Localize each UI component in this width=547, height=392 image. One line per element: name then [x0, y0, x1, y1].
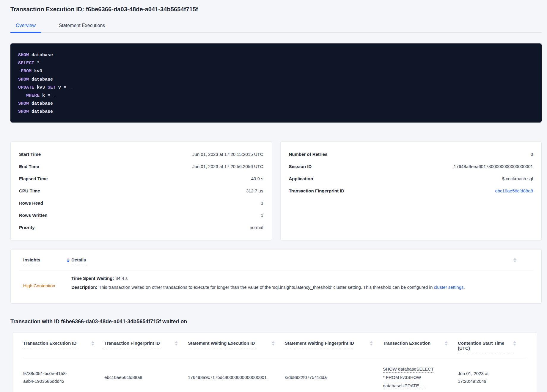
detail-value: 0: [531, 152, 533, 157]
sort-icon[interactable]: [513, 341, 516, 346]
column-header-stmt-waiting-fingerprint-id[interactable]: Statement Waiting Fingerprint ID: [285, 341, 383, 353]
detail-value: 312.7 µs: [246, 188, 263, 193]
sort-icon[interactable]: [91, 341, 94, 346]
detail-row-cpu-time: CPU Time 312.7 µs: [19, 185, 263, 197]
detail-label: Rows Written: [19, 213, 48, 218]
cell-stmt-waiting-fingerprint-id: \xdb8922f077541dda: [285, 374, 383, 381]
detail-row-txn-fingerprint-id: Transaction Fingerprint ID ebc10ae56cfd8…: [289, 185, 533, 197]
sql-line: FROM kv3: [18, 67, 534, 75]
insights-column-label[interactable]: Insights: [23, 257, 40, 265]
detail-row-rows-read: Rows Read 3: [19, 197, 263, 209]
tab-statement-executions[interactable]: Statement Executions: [54, 23, 111, 32]
column-header-txn-execution[interactable]: Transaction Execution: [383, 341, 458, 353]
sql-line: UPDATE kv3 SET v = _: [18, 84, 534, 92]
detail-value: 1: [261, 213, 263, 218]
sql-line: SELECT *: [18, 59, 534, 67]
sql-line: SHOW database: [18, 51, 534, 59]
detail-label: Session ID: [289, 164, 312, 169]
waited-on-table-header: Transaction Execution ID Transaction Fin…: [23, 333, 526, 357]
waited-on-table-card: Transaction Execution ID Transaction Fin…: [12, 333, 537, 392]
execution-times-card: Start Time Jun 01, 2023 at 17:20:15:2015…: [10, 141, 272, 240]
detail-value: $ cockroach sql: [502, 176, 533, 181]
insights-column-header[interactable]: Insights: [19, 257, 71, 265]
sort-icon[interactable]: [513, 258, 516, 262]
detail-row-elapsed-time: Elapsed Time 40.9 s: [19, 173, 263, 185]
detail-row-application: Application $ cockroach sql: [289, 173, 533, 185]
detail-label: Transaction Fingerprint ID: [289, 188, 345, 193]
sort-icon[interactable]: [272, 341, 275, 346]
sort-icon[interactable]: [370, 341, 373, 346]
transaction-execution-link[interactable]: SHOW databaseSELECT * FROM kv3SHOW datab…: [383, 365, 436, 390]
cell-txn-fingerprint-id: ebc10ae56cfd88a8: [104, 374, 188, 381]
summary-cards-row: Start Time Jun 01, 2023 at 17:20:15:2015…: [10, 141, 542, 240]
detail-label: Rows Read: [19, 200, 43, 206]
detail-label: Elapsed Time: [19, 176, 48, 181]
table-row: 9738d051-bc0e-4158-a9b4-1903586ddd42 ebc…: [23, 357, 526, 392]
detail-value: 40.9 s: [251, 176, 263, 181]
sql-line: WHERE k = _: [18, 92, 534, 100]
detail-row-end-time: End Time Jun 01, 2023 at 17:20:56:2056 U…: [19, 160, 263, 173]
sort-icon[interactable]: [445, 341, 448, 346]
detail-label: Priority: [19, 225, 35, 230]
transaction-fingerprint-link[interactable]: ebc10ae56cfd88a8: [495, 188, 533, 193]
detail-label: CPU Time: [19, 188, 40, 193]
detail-row-session-id: Session ID 17648a9eea6017800000000000000…: [289, 160, 533, 173]
detail-label: Number of Retries: [289, 152, 328, 157]
insight-details: Time Spent Waiting:34.4 s Description:Th…: [71, 274, 533, 292]
page-title: Transaction Execution ID: f6be6366-da03-…: [10, 6, 542, 13]
time-spent-waiting: Time Spent Waiting:34.4 s: [71, 274, 533, 283]
cell-stmt-waiting-execution-id: 176498a9c717bdc80000000000000001: [188, 374, 285, 381]
cell-txn-execution: SHOW databaseSELECT * FROM kv3SHOW datab…: [383, 365, 458, 390]
detail-label: Application: [289, 176, 313, 181]
sort-icon[interactable]: [67, 258, 70, 262]
transaction-execution-details-page: Transaction Execution ID: f6be6366-da03-…: [0, 0, 547, 392]
cell-contention-start-time: Jun 01, 2023 at 17:20:49:2049: [458, 370, 526, 385]
detail-label: Start Time: [19, 152, 41, 157]
detail-value: normal: [250, 225, 263, 230]
column-header-txn-fingerprint-id[interactable]: Transaction Fingerprint ID: [104, 341, 188, 353]
waited-on-heading: Transaction with ID f6be6366-da03-48de-a…: [10, 319, 542, 325]
insights-table-card: Insights Details High Contention Time Sp…: [10, 249, 542, 304]
tab-overview[interactable]: Overview: [10, 23, 41, 32]
detail-value: 17648a9eea6017800000000000000001: [454, 164, 533, 169]
tab-bar: Overview Statement Executions: [10, 23, 542, 33]
detail-row-priority: Priority normal: [19, 221, 263, 233]
sort-icon[interactable]: [175, 341, 178, 346]
session-details-card: Number of Retries 0 Session ID 17648a9ee…: [280, 141, 542, 240]
insights-table-header: Insights Details: [19, 250, 533, 269]
details-column-label[interactable]: Details: [71, 257, 86, 265]
insight-row: High Contention Time Spent Waiting:34.4 …: [19, 269, 533, 292]
sql-line: SHOW database: [18, 76, 534, 84]
detail-row-rows-written: Rows Written 1: [19, 209, 263, 221]
detail-value: Jun 01, 2023 at 17:20:56:2056 UTC: [192, 164, 263, 169]
insight-type-label: High Contention: [23, 278, 55, 288]
cell-txn-execution-id: 9738d051-bc0e-4158-a9b4-1903586ddd42: [23, 370, 84, 385]
detail-row-start-time: Start Time Jun 01, 2023 at 17:20:15:2015…: [19, 148, 263, 160]
details-column-header[interactable]: Details: [71, 257, 86, 265]
insight-description: Description:This transaction waited on o…: [71, 283, 533, 292]
cluster-settings-link[interactable]: cluster settings: [434, 285, 463, 290]
column-header-txn-execution-id[interactable]: Transaction Execution ID: [23, 341, 104, 353]
sql-line: SHOW database: [18, 108, 534, 116]
sql-line: SHOW database: [18, 100, 534, 108]
detail-value: 3: [261, 200, 263, 206]
column-header-stmt-waiting-execution-id[interactable]: Statement Waiting Execution ID: [188, 341, 285, 353]
column-header-contention-start-time[interactable]: Contention Start Time (UTC): [458, 341, 526, 353]
sql-statements-box: SHOW database SELECT * FROM kv3 SHOW dat…: [10, 43, 542, 123]
detail-value: Jun 01, 2023 at 17:20:15:2015 UTC: [192, 152, 263, 157]
detail-label: End Time: [19, 164, 39, 169]
detail-row-retries: Number of Retries 0: [289, 148, 533, 160]
